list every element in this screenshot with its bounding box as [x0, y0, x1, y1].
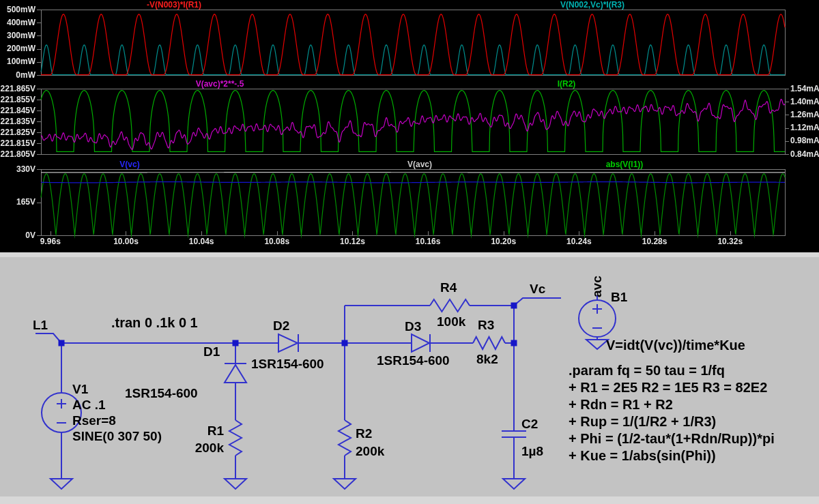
- param-line: + Phi = (1/2-tau*(1+Rdn/Rup))*pi: [569, 431, 775, 446]
- b1-value: V=idt(V(vc))/time*Kue: [606, 338, 745, 353]
- bottom-divider: [0, 496, 819, 504]
- ground-icon[interactable]: [503, 479, 525, 489]
- ground-icon[interactable]: [586, 340, 608, 349]
- param-line: + Kue = 1/abs(sin(Phi)): [569, 448, 716, 463]
- capacitor-c2[interactable]: [502, 431, 526, 437]
- d2-value: 1SR154-600: [251, 357, 324, 371]
- d1-value: 1SR154-600: [125, 386, 198, 400]
- ground-icon[interactable]: [51, 479, 72, 489]
- l1-net-flag-wire: [35, 333, 61, 343]
- net-label-vc: Vc: [530, 282, 546, 296]
- diode-d1[interactable]: [225, 364, 246, 383]
- v1-ac: AC .1: [72, 398, 106, 412]
- r2-value: 200k: [356, 444, 385, 458]
- waveform-plot-canvas[interactable]: [0, 0, 819, 252]
- param-line: + Rdn = R1 + R2: [569, 397, 673, 412]
- b1-name: B1: [611, 290, 628, 304]
- ground-icon[interactable]: [225, 479, 246, 489]
- bv-source-b1[interactable]: [579, 300, 616, 337]
- resistor-r4[interactable]: [430, 299, 470, 312]
- param-line: + Rup = 1/(1/R2 + 1/R3): [569, 414, 716, 429]
- v1-sine: SINE(0 307 50): [72, 429, 162, 443]
- r3-name: R3: [478, 318, 494, 332]
- param-line: .param fq = 50 tau = 1/fq: [569, 363, 725, 378]
- top-divider: [0, 252, 819, 257]
- schematic-text: L1 .tran 0 .1k 0 1 D1 1SR154-600 D2 1SR1…: [33, 276, 775, 463]
- v1-name: V1: [72, 382, 89, 396]
- net-label-avc: avc: [590, 276, 604, 297]
- resistor-r2[interactable]: [339, 420, 351, 456]
- d2-name: D2: [273, 318, 289, 333]
- schematic-editor[interactable]: L1 .tran 0 .1k 0 1 D1 1SR154-600 D2 1SR1…: [0, 252, 819, 504]
- resistor-r1[interactable]: [229, 420, 242, 456]
- ltspice-window: -V(N003)*I(R1)V(N002,Vc)*I(R3)500mW400mW…: [0, 0, 819, 504]
- net-label-l1: L1: [33, 318, 48, 332]
- plus-icon: [592, 304, 602, 314]
- r1-name: R1: [207, 424, 225, 438]
- waveform-viewer[interactable]: -V(N003)*I(R1)V(N002,Vc)*I(R3)500mW400mW…: [0, 0, 819, 252]
- tran-directive: .tran 0 .1k 0 1: [111, 315, 198, 330]
- param-line: + R1 = 2E5 R2 = 1E5 R3 = 82E2: [569, 380, 767, 395]
- resistor-r3[interactable]: [473, 337, 505, 349]
- c2-value: 1µ8: [521, 444, 543, 458]
- diode-d2[interactable]: [278, 334, 298, 352]
- d3-value: 1SR154-600: [377, 353, 450, 368]
- ground-icon[interactable]: [334, 479, 356, 489]
- r2-name: R2: [356, 426, 372, 441]
- schematic-canvas[interactable]: L1 .tran 0 .1k 0 1 D1 1SR154-600 D2 1SR1…: [0, 252, 819, 504]
- d1-name: D1: [203, 344, 220, 359]
- c2-name: C2: [521, 417, 538, 431]
- r4-name: R4: [440, 280, 457, 295]
- diode-d3[interactable]: [412, 334, 430, 352]
- plus-icon: [57, 399, 66, 409]
- v1-rser: Rser=8: [72, 413, 116, 428]
- r4-value: 100k: [437, 314, 466, 329]
- d3-name: D3: [405, 319, 421, 333]
- vc-net-flag-wire: [514, 298, 561, 306]
- r1-value: 200k: [195, 441, 225, 455]
- r3-value: 8k2: [476, 352, 498, 366]
